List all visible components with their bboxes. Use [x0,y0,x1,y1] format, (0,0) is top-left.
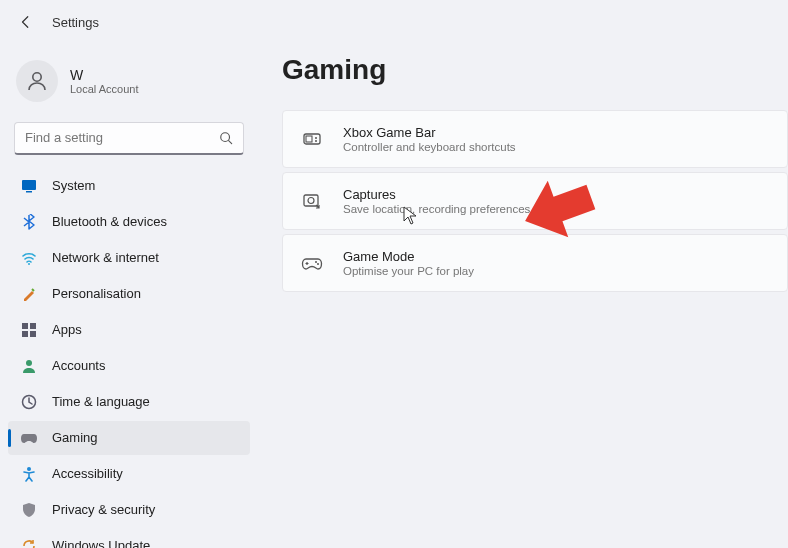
sidebar-item-system[interactable]: System [8,169,250,203]
sidebar-item-label: Accessibility [52,466,123,481]
xbox-game-bar-icon [301,128,323,150]
svg-point-14 [315,137,317,139]
window-title: Settings [52,15,99,30]
arrow-left-icon [19,15,33,29]
search-icon [219,131,233,145]
card-xbox-game-bar[interactable]: Xbox Game Bar Controller and keyboard sh… [282,110,788,168]
svg-rect-8 [30,331,36,337]
captures-icon [301,190,323,212]
sidebar-item-label: Windows Update [52,538,150,548]
card-sub: Controller and keyboard shortcuts [343,141,516,153]
sidebar-item-accessibility[interactable]: Accessibility [8,457,250,491]
clock-icon [20,393,38,411]
apps-icon [20,321,38,339]
sidebar-item-apps[interactable]: Apps [8,313,250,347]
card-sub: Optimise your PC for play [343,265,474,277]
card-title: Game Mode [343,249,474,264]
user-account-row[interactable]: W Local Account [8,54,250,118]
sidebar-item-label: Personalisation [52,286,141,301]
game-mode-icon [301,252,323,274]
back-button[interactable] [18,14,34,30]
card-title: Xbox Game Bar [343,125,516,140]
svg-point-18 [315,261,317,263]
person-icon [25,69,49,93]
personalisation-icon [20,285,38,303]
sidebar-item-time-language[interactable]: Time & language [8,385,250,419]
user-name: W [70,67,139,83]
network-icon [20,249,38,267]
gaming-icon [20,429,38,447]
svg-point-17 [308,198,314,204]
svg-rect-13 [306,136,312,142]
user-account-type: Local Account [70,83,139,95]
svg-rect-2 [22,180,36,190]
main-content: Gaming Xbox Game Bar Controller and keyb… [258,44,788,548]
system-icon [20,177,38,195]
sidebar-item-label: System [52,178,95,193]
sidebar-item-windows-update[interactable]: Windows Update [8,529,250,548]
card-game-mode[interactable]: Game Mode Optimise your PC for play [282,234,788,292]
sidebar-item-accounts[interactable]: Accounts [8,349,250,383]
sidebar-item-bluetooth[interactable]: Bluetooth & devices [8,205,250,239]
sidebar-item-privacy[interactable]: Privacy & security [8,493,250,527]
sidebar-item-network[interactable]: Network & internet [8,241,250,275]
sidebar-item-label: Apps [52,322,82,337]
search-box[interactable] [14,122,244,155]
sidebar-item-label: Network & internet [52,250,159,265]
svg-point-9 [26,360,32,366]
sidebar: W Local Account System Bluetooth & devic… [0,44,258,548]
card-captures[interactable]: Captures Save location, recording prefer… [282,172,788,230]
svg-point-4 [28,263,30,265]
accessibility-icon [20,465,38,483]
sidebar-item-label: Bluetooth & devices [52,214,167,229]
sidebar-item-label: Gaming [52,430,98,445]
sidebar-item-label: Privacy & security [52,502,155,517]
accounts-icon [20,357,38,375]
svg-point-0 [33,73,41,81]
search-input[interactable] [25,130,219,145]
svg-rect-7 [22,331,28,337]
svg-point-11 [27,467,31,471]
svg-rect-16 [304,195,318,206]
sidebar-item-label: Time & language [52,394,150,409]
card-title: Captures [343,187,530,202]
svg-point-15 [315,140,317,142]
avatar [16,60,58,102]
card-sub: Save location, recording preferences [343,203,530,215]
svg-rect-6 [30,323,36,329]
bluetooth-icon [20,213,38,231]
sidebar-item-label: Accounts [52,358,105,373]
page-title: Gaming [282,54,788,86]
svg-point-1 [221,133,230,142]
settings-card-list: Xbox Game Bar Controller and keyboard sh… [282,110,788,292]
sidebar-item-personalisation[interactable]: Personalisation [8,277,250,311]
svg-rect-3 [26,191,32,193]
svg-point-19 [317,263,319,265]
update-icon [20,537,38,548]
sidebar-item-gaming[interactable]: Gaming [8,421,250,455]
svg-rect-5 [22,323,28,329]
sidebar-nav: System Bluetooth & devices Network & int… [8,169,250,548]
shield-icon [20,501,38,519]
